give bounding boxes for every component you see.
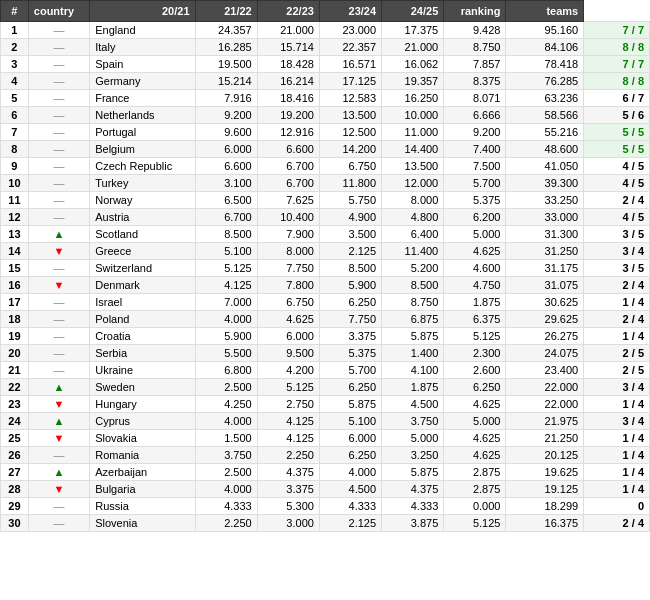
- y2122-cell: 5.125: [257, 379, 319, 396]
- y2223-cell: 3.500: [319, 226, 381, 243]
- y2324-cell: 12.000: [382, 175, 444, 192]
- y2324-cell: 11.000: [382, 124, 444, 141]
- trend-icon: ▼: [54, 483, 65, 495]
- y2223-cell: 6.750: [319, 158, 381, 175]
- y2223-cell: 2.125: [319, 243, 381, 260]
- rank-cell: 21: [1, 362, 29, 379]
- teams-cell: 3 / 5: [584, 260, 650, 277]
- rank-cell: 1: [1, 22, 29, 39]
- y2122-cell: 7.625: [257, 192, 319, 209]
- y2122-cell: 4.625: [257, 311, 319, 328]
- y2425-cell: 4.625: [444, 396, 506, 413]
- rank-cell: 13: [1, 226, 29, 243]
- y2223-cell: 5.700: [319, 362, 381, 379]
- y2324-cell: 5.200: [382, 260, 444, 277]
- y2122-cell: 4.200: [257, 362, 319, 379]
- country-cell: Cyprus: [90, 413, 195, 430]
- trend-icon: —: [54, 194, 65, 206]
- ranking-cell: 31.250: [506, 243, 584, 260]
- y2324-cell: 6.400: [382, 226, 444, 243]
- y2425-cell: 8.750: [444, 39, 506, 56]
- table-row: 19—Croatia5.9006.0003.3755.8755.12526.27…: [1, 328, 650, 345]
- y2122-cell: 2.750: [257, 396, 319, 413]
- trend-icon: —: [54, 517, 65, 529]
- rank-cell: 30: [1, 515, 29, 532]
- y2021-cell: 6.700: [195, 209, 257, 226]
- table-row: 24▲Cyprus4.0004.1255.1003.7505.00021.975…: [1, 413, 650, 430]
- teams-cell: 7 / 7: [584, 56, 650, 73]
- y2425-cell: 2.875: [444, 481, 506, 498]
- table-row: 27▲Azerbaijan2.5004.3754.0005.8752.87519…: [1, 464, 650, 481]
- y2223-cell: 16.571: [319, 56, 381, 73]
- trend-icon: —: [54, 330, 65, 342]
- y2021-cell: 15.214: [195, 73, 257, 90]
- table-row: 28▼Bulgaria4.0003.3754.5004.3752.87519.1…: [1, 481, 650, 498]
- country-cell: Hungary: [90, 396, 195, 413]
- y2122-cell: 15.714: [257, 39, 319, 56]
- trend-icon: —: [54, 109, 65, 121]
- ranking-cell: 31.075: [506, 277, 584, 294]
- rank-cell: 15: [1, 260, 29, 277]
- y2021-cell: 4.250: [195, 396, 257, 413]
- y2324-cell: 4.800: [382, 209, 444, 226]
- y2223-cell: 11.800: [319, 175, 381, 192]
- trend-icon: ▲: [54, 228, 65, 240]
- teams-cell: 4 / 5: [584, 209, 650, 226]
- trend-cell: ▲: [28, 464, 89, 481]
- y2324-cell: 8.750: [382, 294, 444, 311]
- y2021-cell: 16.285: [195, 39, 257, 56]
- rank-cell: 4: [1, 73, 29, 90]
- trend-cell: —: [28, 260, 89, 277]
- teams-cell: 6 / 7: [584, 90, 650, 107]
- rank-cell: 26: [1, 447, 29, 464]
- country-cell: Italy: [90, 39, 195, 56]
- y2324-cell: 21.000: [382, 39, 444, 56]
- y2223-cell: 4.333: [319, 498, 381, 515]
- y2223-cell: 5.375: [319, 345, 381, 362]
- country-cell: Scotland: [90, 226, 195, 243]
- teams-cell: 3 / 4: [584, 379, 650, 396]
- teams-cell: 4 / 5: [584, 158, 650, 175]
- trend-cell: —: [28, 515, 89, 532]
- trend-cell: ▼: [28, 396, 89, 413]
- country-cell: Slovenia: [90, 515, 195, 532]
- y2122-cell: 4.125: [257, 413, 319, 430]
- table-row: 21—Ukraine6.8004.2005.7004.1002.60023.40…: [1, 362, 650, 379]
- y2223-cell: 7.750: [319, 311, 381, 328]
- rank-cell: 16: [1, 277, 29, 294]
- table-row: 15—Switzerland5.1257.7508.5005.2004.6003…: [1, 260, 650, 277]
- country-cell: England: [90, 22, 195, 39]
- country-cell: Germany: [90, 73, 195, 90]
- ranking-cell: 58.566: [506, 107, 584, 124]
- y2021-cell: 7.000: [195, 294, 257, 311]
- table-row: 13▲Scotland8.5007.9003.5006.4005.00031.3…: [1, 226, 650, 243]
- table-row: 2—Italy16.28515.71422.35721.0008.75084.1…: [1, 39, 650, 56]
- y2223-cell: 4.900: [319, 209, 381, 226]
- ranking-cell: 19.625: [506, 464, 584, 481]
- y2223-cell: 22.357: [319, 39, 381, 56]
- y2324-cell: 3.750: [382, 413, 444, 430]
- trend-cell: ▼: [28, 481, 89, 498]
- y2425-cell: 4.600: [444, 260, 506, 277]
- country-cell: Azerbaijan: [90, 464, 195, 481]
- ranking-cell: 22.000: [506, 396, 584, 413]
- trend-icon: —: [54, 500, 65, 512]
- trend-icon: —: [54, 41, 65, 53]
- y2324-cell: 11.400: [382, 243, 444, 260]
- trend-cell: —: [28, 209, 89, 226]
- y2324-cell: 1.875: [382, 379, 444, 396]
- y2122-cell: 7.750: [257, 260, 319, 277]
- y2324-cell: 14.400: [382, 141, 444, 158]
- country-cell: Israel: [90, 294, 195, 311]
- ranking-cell: 22.000: [506, 379, 584, 396]
- y2122-cell: 3.000: [257, 515, 319, 532]
- y2223-cell: 23.000: [319, 22, 381, 39]
- teams-cell: 3 / 4: [584, 243, 650, 260]
- ranking-cell: 76.285: [506, 73, 584, 90]
- teams-cell: 5 / 5: [584, 141, 650, 158]
- teams-cell: 2 / 5: [584, 345, 650, 362]
- y2425-cell: 5.000: [444, 413, 506, 430]
- y2324-cell: 8.000: [382, 192, 444, 209]
- y2324-cell: 10.000: [382, 107, 444, 124]
- ranking-cell: 16.375: [506, 515, 584, 532]
